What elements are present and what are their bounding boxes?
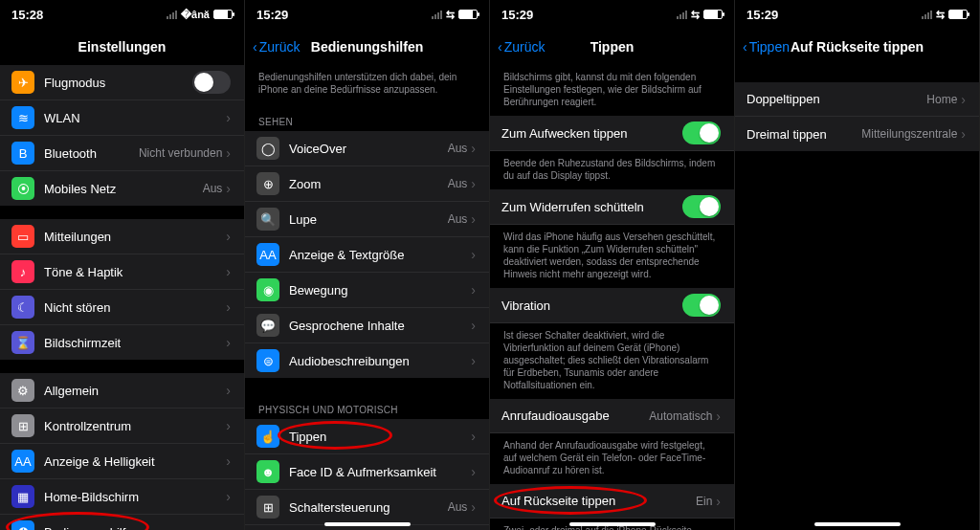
row-label: Allgemein [44, 384, 226, 398]
home-indicator[interactable] [814, 522, 901, 526]
settings-row[interactable]: ⊜Audiobeschreibungen› [245, 343, 489, 378]
chevron-icon: › [226, 110, 231, 125]
row-label: Zoom [289, 177, 448, 191]
chevron-icon: › [961, 126, 966, 142]
row-label: Bluetooth [44, 146, 139, 161]
chevron-icon: › [226, 145, 231, 161]
row-label: Mitteilungen [44, 230, 226, 244]
settings-row[interactable]: ☾Nicht stören› [0, 290, 244, 325]
row-label: Auf Rückseite tippen [501, 494, 696, 508]
settings-row[interactable]: ⊕ZoomAus› [245, 166, 489, 202]
row-value: Nicht verbunden [139, 146, 222, 160]
settings-row[interactable]: AAAnzeige & Textgröße› [245, 237, 489, 273]
page-title: Auf Rückseite tippen [791, 39, 924, 55]
row-value: Aus [448, 500, 468, 514]
row-label: Kontrollzentrum [44, 419, 226, 433]
row-label: WLAN [44, 111, 226, 125]
settings-row[interactable]: DoppeltippenHome› [735, 82, 979, 117]
page-title: Tippen [590, 39, 635, 55]
battery-icon [948, 10, 968, 19]
settings-row[interactable]: ✪Bedienungshilfen› [0, 515, 244, 530]
toggle-switch[interactable] [192, 71, 231, 94]
nav-bar: Einstellungen [0, 29, 244, 65]
chevron-icon: › [226, 383, 231, 398]
touch-screen: 15:29 ⇆ ‹ Zurück Tippen Bildschirms gibt… [490, 0, 735, 530]
settings-row[interactable]: ▭Mitteilungen› [0, 219, 244, 254]
footer-text: Anhand der Anrufaudioausgabe wird festge… [490, 433, 734, 484]
page-title: Einstellungen [78, 39, 167, 55]
signal-icon [677, 10, 687, 19]
row-icon: ≋ [11, 106, 34, 129]
call-audio-row[interactable]: Anrufaudioausgabe Automatisch › [490, 399, 734, 433]
back-tap-row[interactable]: Auf Rückseite tippen Ein › [490, 484, 734, 519]
vibration-row[interactable]: Vibration [490, 288, 734, 323]
row-icon: ⊜ [256, 349, 279, 372]
settings-row[interactable]: ✈Flugmodus [0, 65, 244, 100]
home-indicator[interactable] [324, 522, 411, 526]
back-label: Zurück [504, 39, 546, 55]
back-button[interactable]: ‹ Zurück [498, 39, 545, 55]
settings-row[interactable]: ◉Bewegung› [245, 273, 489, 308]
page-title: Bedienungshilfen [311, 39, 423, 55]
home-indicator[interactable] [569, 522, 656, 526]
back-tap-group: DoppeltippenHome›Dreimal tippenMitteilun… [735, 82, 979, 151]
toggle-switch[interactable] [682, 121, 721, 144]
chevron-icon: › [226, 299, 231, 315]
wifi-icon: ⇆ [936, 9, 945, 21]
settings-row[interactable]: ⚙Allgemein› [0, 373, 244, 409]
settings-row[interactable]: 💬Gesprochene Inhalte› [245, 308, 489, 343]
row-label: Tippen [289, 430, 471, 444]
chevron-icon: › [471, 318, 476, 333]
row-value: Aus [448, 177, 468, 190]
settings-row[interactable]: ☻Face ID & Aufmerksamkeit› [245, 454, 489, 490]
row-icon: ⊞ [256, 496, 279, 519]
settings-row[interactable]: ⊞SchaltersteuerungAus› [245, 490, 489, 525]
settings-row[interactable]: ⌛Bildschirmzeit› [0, 325, 244, 360]
row-label: Home-Bildschirm [44, 490, 226, 504]
row-label: Bewegung [289, 283, 471, 298]
settings-row[interactable]: ☝Tippen› [245, 419, 489, 454]
section-sehen: SEHEN [245, 103, 489, 131]
row-icon: 💬 [256, 314, 279, 337]
tap-to-wake-row[interactable]: Zum Aufwecken tippen [490, 116, 734, 151]
footer-text: Ist dieser Schalter deaktiviert, wird di… [490, 323, 734, 399]
settings-row[interactable]: ⦿Mobiles NetzAus› [0, 171, 244, 206]
row-label: Lupe [289, 212, 448, 227]
chevron-icon: › [226, 335, 231, 350]
chevron-icon: › [226, 489, 231, 504]
nav-bar: ‹ Tippen Auf Rückseite tippen [735, 29, 979, 65]
row-icon: ▭ [11, 225, 34, 248]
settings-row[interactable]: ♪Töne & Haptik› [0, 254, 244, 290]
row-label: Dreimal tippen [746, 127, 861, 142]
settings-row[interactable]: ≋WLAN› [0, 100, 244, 136]
row-icon: ☝ [256, 425, 279, 448]
settings-row[interactable]: Dreimal tippenMitteilungszentrale› [735, 117, 979, 151]
row-icon: ◯ [256, 137, 279, 160]
chevron-icon: › [226, 181, 231, 196]
chevron-icon: › [471, 353, 476, 368]
general-group: ⚙Allgemein›⊞Kontrollzentrum›AAAnzeige & … [0, 373, 244, 530]
toggle-switch[interactable] [682, 294, 721, 317]
settings-row[interactable]: 🔍LupeAus› [245, 202, 489, 237]
settings-row[interactable]: AAAnzeige & Helligkeit› [0, 444, 244, 479]
shake-undo-row[interactable]: Zum Widerrufen schütteln [490, 189, 734, 225]
settings-row[interactable]: ⊞Kontrollzentrum› [0, 409, 244, 444]
row-value: Aus [448, 142, 468, 155]
row-label: Anzeige & Textgröße [289, 248, 471, 262]
settings-row[interactable]: BBluetoothNicht verbunden› [0, 136, 244, 171]
back-button[interactable]: ‹ Zurück [253, 39, 300, 55]
row-label: Bildschirmzeit [44, 336, 226, 350]
chevron-icon: › [471, 464, 476, 479]
settings-screen: 15:28 �ână Einstellungen ✈Flugmodus≋WLAN… [0, 0, 245, 530]
intro-text: Bildschirms gibt, kannst du mit den folg… [490, 65, 734, 116]
settings-row[interactable]: ◯VoiceOverAus› [245, 131, 489, 166]
row-icon: B [11, 142, 34, 165]
section-motor: PHYSISCH UND MOTORISCH [245, 391, 489, 419]
row-icon: ☻ [256, 460, 279, 483]
intro-text: Bedienungshilfen unterstützen dich dabei… [245, 65, 489, 103]
settings-row[interactable]: ▦Home-Bildschirm› [0, 479, 244, 515]
toggle-switch[interactable] [682, 195, 721, 218]
row-icon: ⦿ [11, 177, 34, 200]
row-label: Bedienungshilfen [44, 525, 226, 531]
back-button[interactable]: ‹ Tippen [743, 39, 790, 55]
